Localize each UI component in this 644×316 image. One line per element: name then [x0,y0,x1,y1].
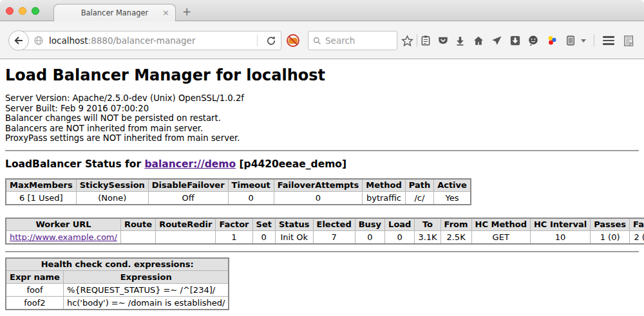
col-load: Load [385,218,415,231]
cell-from: 2.5K [440,231,471,244]
new-tab-button[interactable]: + [182,5,191,18]
table-header-row: Expr name Expression [6,271,229,284]
cell-busy: 0 [355,231,384,244]
health-check-table: Health check cond. expressions: Expr nam… [5,257,229,310]
cell-factor: 1 [216,231,252,244]
bookmark-star-button[interactable] [399,32,415,49]
overflow-caret-button[interactable] [579,32,588,49]
back-button[interactable] [8,30,29,51]
table-row: foof2 hc('body') =~ /domain is establish… [6,297,229,310]
cell-status: Init Ok [275,231,313,244]
divider [5,251,639,252]
color-dots-extension-button[interactable] [544,32,560,49]
navigation-toolbar: localhost:8880/balancer-manager [0,21,644,59]
worker-status-table: Worker URL Route RouteRedir Factor Set S… [5,218,644,245]
balancer-status-heading: LoadBalancer Status for balancer://demo … [5,158,639,170]
back-arrow-icon [13,35,24,46]
pocket-button[interactable] [435,32,451,49]
page-title: Load Balancer Manager for localhost [5,59,639,84]
server-info: Server Version: Apache/2.5.0-dev (Unix) … [5,93,639,144]
col-hc-method: HC Method [471,218,530,231]
table-title-row: Health check cond. expressions: [6,258,229,271]
col-stickysession: StickySession [76,179,148,192]
page-content: Load Balancer Manager for localhost Serv… [0,59,644,316]
col-expression: Expression [63,271,229,284]
minimize-window-button[interactable] [19,7,26,15]
pocket-icon [437,35,449,46]
container-extension-button[interactable] [562,32,579,49]
cell-route [120,231,155,244]
col-fails: Fails [630,218,644,231]
search-input[interactable] [325,35,390,46]
browser-window: Balancer Manager × + localhost:8880/bala… [0,0,644,316]
col-routeredir: RouteRedir [156,218,216,231]
noscript-button[interactable] [286,33,300,48]
col-busy: Busy [355,218,384,231]
share-button[interactable] [488,32,505,49]
cell-hc-interval: 10 [530,231,590,244]
cell-set: 0 [252,231,275,244]
save-to-box-button[interactable] [507,32,524,49]
chevron-down-icon [581,39,586,42]
zoom-window-button[interactable] [32,7,39,15]
hamburger-icon [603,36,614,45]
cell-stickysession: (None) [76,192,148,205]
cell-timeout: 0 [228,192,274,205]
status-heading-prefix: LoadBalancer Status for [5,158,144,170]
worker-url-link[interactable]: http://www.example.com/ [10,232,117,242]
menu-button[interactable] [600,32,617,49]
col-to: To [415,218,440,231]
url-path: :8880/balancer-manager [88,35,196,46]
cell-disablefailover: Off [148,192,228,205]
cell-active: Yes [434,192,471,205]
page-preview-button[interactable] [620,32,637,49]
close-window-button[interactable] [6,7,14,15]
title-bar: Balancer Manager × + [0,0,644,21]
col-method: Method [363,179,405,192]
cell-passes: 1 (0) [591,231,630,244]
server-version-line: Server Version: Apache/2.5.0-dev (Unix) … [5,93,639,104]
cell-elected: 7 [313,231,355,244]
smiley-icon [527,35,539,46]
url-bar[interactable]: localhost:8880/balancer-manager [17,31,281,50]
col-from: From [440,218,471,231]
downloads-button[interactable] [451,32,468,49]
divider [5,150,639,151]
traffic-lights [6,7,39,15]
cell-expression: %{REQUEST_STATUS} =~ /^[234]/ [63,284,229,297]
col-status: Status [275,218,313,231]
col-factor: Factor [216,218,252,231]
cell-expression: hc('body') =~ /domain is established/ [63,297,229,310]
page-thumbnail-icon [623,35,635,47]
cell-expr-name: foof [6,284,63,297]
col-hc-interval: HC Interval [530,218,590,231]
clipboard-icon [420,35,431,46]
reading-list-button[interactable] [417,32,434,49]
reload-button[interactable] [261,35,281,46]
cell-method: bytraffic [363,192,405,205]
home-icon [473,35,484,46]
col-route: Route [120,218,155,231]
cell-fails: 2 (0) [630,231,644,244]
color-dots-icon [546,35,558,46]
tab-close-icon[interactable]: × [162,8,169,17]
search-bar[interactable] [308,31,397,50]
col-expr-name: Expr name [6,271,63,284]
star-icon [401,35,413,47]
col-set: Set [252,218,275,231]
home-button[interactable] [470,32,487,49]
tab-balancer-manager[interactable]: Balancer Manager × [53,4,176,21]
proxypass-notice-line: ProxyPass settings are NOT inherited fro… [5,133,639,144]
search-icon [312,36,322,46]
balancer-demo-link[interactable]: balancer://demo [144,158,236,170]
col-failoverattempts: FailoverAttempts [274,179,363,192]
cell-to: 3.1K [415,231,440,244]
download-arrow-icon [455,35,466,46]
cell-maxmembers: 6 [1 Used] [6,192,76,205]
chat-smiley-button[interactable] [525,32,542,49]
url-divider [257,35,258,46]
url-input[interactable]: localhost:8880/balancer-manager [49,35,195,46]
noscript-icon [286,33,300,48]
url-host: localhost [49,35,88,46]
health-table-title: Health check cond. expressions: [6,258,229,271]
